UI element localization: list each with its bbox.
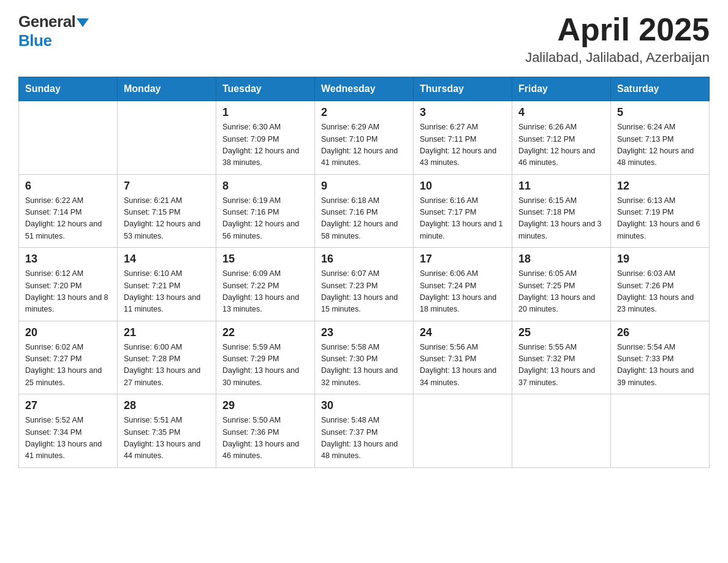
day-info: Sunrise: 5:51 AMSunset: 7:35 PMDaylight:… — [124, 415, 210, 462]
table-row: 18Sunrise: 6:05 AMSunset: 7:25 PMDayligh… — [512, 248, 611, 321]
day-number: 18 — [518, 253, 604, 266]
table-row: 14Sunrise: 6:10 AMSunset: 7:21 PMDayligh… — [118, 248, 216, 321]
day-info: Sunrise: 6:00 AMSunset: 7:28 PMDaylight:… — [124, 342, 210, 389]
day-number: 10 — [420, 180, 506, 193]
table-row: 9Sunrise: 6:18 AMSunset: 7:16 PMDaylight… — [315, 174, 414, 248]
calendar-week-row: 27Sunrise: 5:52 AMSunset: 7:34 PMDayligh… — [19, 394, 710, 468]
col-sunday: Sunday — [19, 77, 118, 101]
table-row: 29Sunrise: 5:50 AMSunset: 7:36 PMDayligh… — [216, 394, 315, 468]
day-number: 21 — [124, 326, 210, 339]
day-number: 29 — [222, 399, 308, 412]
table-row: 1Sunrise: 6:30 AMSunset: 7:09 PMDaylight… — [216, 101, 315, 175]
table-row — [414, 394, 512, 468]
day-number: 9 — [321, 180, 407, 193]
day-info: Sunrise: 6:16 AMSunset: 7:17 PMDaylight:… — [420, 195, 506, 243]
day-number: 16 — [321, 253, 407, 266]
day-number: 27 — [25, 399, 111, 412]
day-info: Sunrise: 6:19 AMSunset: 7:16 PMDaylight:… — [222, 195, 308, 243]
day-number: 22 — [222, 326, 308, 339]
day-number: 13 — [25, 253, 111, 266]
day-info: Sunrise: 6:06 AMSunset: 7:24 PMDaylight:… — [420, 268, 506, 316]
day-number: 17 — [420, 253, 506, 266]
day-info: Sunrise: 5:56 AMSunset: 7:31 PMDaylight:… — [420, 342, 506, 389]
day-info: Sunrise: 6:22 AMSunset: 7:14 PMDaylight:… — [25, 195, 111, 243]
day-info: Sunrise: 6:03 AMSunset: 7:26 PMDaylight:… — [617, 268, 703, 316]
day-info: Sunrise: 5:59 AMSunset: 7:29 PMDaylight:… — [222, 342, 308, 389]
table-row: 4Sunrise: 6:26 AMSunset: 7:12 PMDaylight… — [512, 101, 611, 175]
day-number: 8 — [222, 180, 308, 193]
day-info: Sunrise: 5:55 AMSunset: 7:32 PMDaylight:… — [518, 342, 604, 389]
table-row — [611, 394, 710, 468]
day-number: 19 — [617, 253, 703, 266]
col-thursday: Thursday — [414, 77, 512, 101]
table-row: 3Sunrise: 6:27 AMSunset: 7:11 PMDaylight… — [414, 101, 512, 175]
day-info: Sunrise: 6:21 AMSunset: 7:15 PMDaylight:… — [124, 195, 210, 243]
day-info: Sunrise: 6:30 AMSunset: 7:09 PMDaylight:… — [222, 121, 308, 169]
table-row: 30Sunrise: 5:48 AMSunset: 7:37 PMDayligh… — [315, 394, 414, 468]
day-info: Sunrise: 6:26 AMSunset: 7:12 PMDaylight:… — [518, 121, 604, 169]
table-row: 5Sunrise: 6:24 AMSunset: 7:13 PMDaylight… — [611, 101, 710, 175]
col-saturday: Saturday — [611, 77, 710, 101]
day-number: 20 — [25, 326, 111, 339]
table-row: 17Sunrise: 6:06 AMSunset: 7:24 PMDayligh… — [414, 248, 512, 321]
col-wednesday: Wednesday — [315, 77, 414, 101]
table-row: 12Sunrise: 6:13 AMSunset: 7:19 PMDayligh… — [611, 174, 710, 248]
table-row: 2Sunrise: 6:29 AMSunset: 7:10 PMDaylight… — [315, 101, 414, 175]
logo-general: General — [18, 12, 75, 31]
table-row: 7Sunrise: 6:21 AMSunset: 7:15 PMDaylight… — [118, 174, 216, 248]
table-row — [118, 101, 216, 175]
day-info: Sunrise: 6:27 AMSunset: 7:11 PMDaylight:… — [420, 121, 506, 169]
day-number: 14 — [124, 253, 210, 266]
calendar-title: April 2025 — [525, 12, 710, 47]
day-number: 11 — [518, 180, 604, 193]
table-row: 24Sunrise: 5:56 AMSunset: 7:31 PMDayligh… — [414, 321, 512, 394]
table-row: 27Sunrise: 5:52 AMSunset: 7:34 PMDayligh… — [19, 394, 118, 468]
day-info: Sunrise: 6:02 AMSunset: 7:27 PMDaylight:… — [25, 342, 111, 389]
table-row: 16Sunrise: 6:07 AMSunset: 7:23 PMDayligh… — [315, 248, 414, 321]
table-row: 22Sunrise: 5:59 AMSunset: 7:29 PMDayligh… — [216, 321, 315, 394]
day-number: 30 — [321, 399, 407, 412]
table-row: 28Sunrise: 5:51 AMSunset: 7:35 PMDayligh… — [118, 394, 216, 468]
calendar-week-row: 1Sunrise: 6:30 AMSunset: 7:09 PMDaylight… — [19, 101, 710, 175]
day-number: 3 — [420, 106, 506, 119]
logo-triangle-icon — [77, 18, 89, 27]
day-number: 12 — [617, 180, 703, 193]
table-row: 8Sunrise: 6:19 AMSunset: 7:16 PMDaylight… — [216, 174, 315, 248]
day-info: Sunrise: 6:15 AMSunset: 7:18 PMDaylight:… — [518, 195, 604, 243]
col-tuesday: Tuesday — [216, 77, 315, 101]
day-number: 2 — [321, 106, 407, 119]
day-number: 4 — [518, 106, 604, 119]
day-info: Sunrise: 6:10 AMSunset: 7:21 PMDaylight:… — [124, 268, 210, 316]
day-number: 23 — [321, 326, 407, 339]
day-number: 1 — [222, 106, 308, 119]
table-row: 15Sunrise: 6:09 AMSunset: 7:22 PMDayligh… — [216, 248, 315, 321]
table-row — [512, 394, 611, 468]
day-number: 15 — [222, 253, 308, 266]
calendar-table: Sunday Monday Tuesday Wednesday Thursday… — [18, 77, 710, 468]
table-row: 21Sunrise: 6:00 AMSunset: 7:28 PMDayligh… — [118, 321, 216, 394]
table-row: 25Sunrise: 5:55 AMSunset: 7:32 PMDayligh… — [512, 321, 611, 394]
title-block: April 2025 Jalilabad, Jalilabad, Azerbai… — [525, 12, 710, 66]
day-info: Sunrise: 5:52 AMSunset: 7:34 PMDaylight:… — [25, 415, 111, 462]
calendar-week-row: 20Sunrise: 6:02 AMSunset: 7:27 PMDayligh… — [19, 321, 710, 394]
day-number: 26 — [617, 326, 703, 339]
calendar-week-row: 13Sunrise: 6:12 AMSunset: 7:20 PMDayligh… — [19, 248, 710, 321]
day-number: 25 — [518, 326, 604, 339]
day-number: 7 — [124, 180, 210, 193]
day-info: Sunrise: 5:48 AMSunset: 7:37 PMDaylight:… — [321, 415, 407, 462]
day-number: 28 — [124, 399, 210, 412]
day-info: Sunrise: 6:09 AMSunset: 7:22 PMDaylight:… — [222, 268, 308, 316]
logo-blue: Blue — [18, 31, 51, 50]
table-row: 10Sunrise: 6:16 AMSunset: 7:17 PMDayligh… — [414, 174, 512, 248]
day-info: Sunrise: 6:13 AMSunset: 7:19 PMDaylight:… — [617, 195, 703, 243]
day-info: Sunrise: 5:54 AMSunset: 7:33 PMDaylight:… — [617, 342, 703, 389]
day-info: Sunrise: 6:29 AMSunset: 7:10 PMDaylight:… — [321, 121, 407, 169]
table-row: 26Sunrise: 5:54 AMSunset: 7:33 PMDayligh… — [611, 321, 710, 394]
day-number: 24 — [420, 326, 506, 339]
table-row: 6Sunrise: 6:22 AMSunset: 7:14 PMDaylight… — [19, 174, 118, 248]
calendar-week-row: 6Sunrise: 6:22 AMSunset: 7:14 PMDaylight… — [19, 174, 710, 248]
day-info: Sunrise: 5:58 AMSunset: 7:30 PMDaylight:… — [321, 342, 407, 389]
table-row: 19Sunrise: 6:03 AMSunset: 7:26 PMDayligh… — [611, 248, 710, 321]
table-row: 23Sunrise: 5:58 AMSunset: 7:30 PMDayligh… — [315, 321, 414, 394]
day-info: Sunrise: 6:12 AMSunset: 7:20 PMDaylight:… — [25, 268, 111, 316]
